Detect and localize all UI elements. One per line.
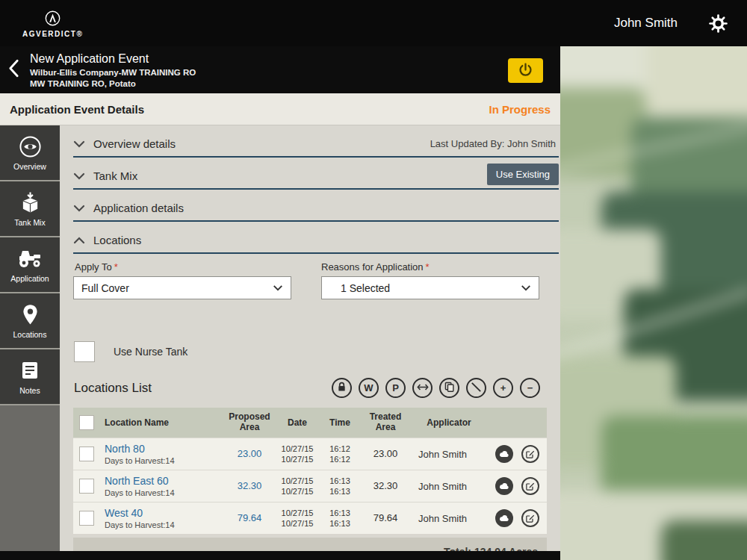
last-updated-text: Last Updated By: John Smith [430, 138, 559, 149]
proposed-area-value[interactable]: 32.30 [238, 481, 262, 492]
copy-button[interactable] [439, 378, 459, 398]
col-treated-area: Treated Area [359, 412, 412, 433]
w-label: W [364, 382, 373, 393]
time-values: 16:1316:13 [321, 476, 359, 497]
nurse-tank-label: Use Nurse Tank [114, 346, 187, 358]
user-menu[interactable]: John Smith [614, 16, 678, 31]
section-label: Locations [93, 234, 141, 246]
col-time: Time [321, 417, 359, 428]
sidebar-item-overview[interactable]: Overview [0, 125, 60, 181]
total-acres-text: Total: 134.94 Acres [444, 546, 538, 552]
event-header-text: New Application Event Wilbur-Ellis Compa… [30, 52, 196, 88]
location-link[interactable]: North East 60 [105, 475, 169, 487]
use-existing-button[interactable]: Use Existing [487, 164, 559, 185]
plus-icon: + [500, 382, 506, 393]
treated-area-value: 23.00 [374, 449, 398, 460]
lock-icon [337, 382, 347, 394]
chevron-down-icon [521, 284, 531, 291]
table-row: North 80 Days to Harvest:14 23.00 10/27/… [73, 438, 547, 470]
applicator-value: John Smith [412, 449, 486, 460]
edit-button[interactable] [521, 477, 539, 495]
select-all-checkbox[interactable] [79, 415, 94, 430]
section-tank-mix[interactable]: Tank Mix Use Existing [73, 164, 559, 190]
submit-event-button[interactable] [508, 58, 543, 83]
treated-area-value: 79.64 [374, 513, 398, 524]
chevron-down-icon [73, 205, 85, 212]
nurse-tank-checkbox[interactable] [74, 341, 95, 362]
chevron-down-icon [73, 140, 85, 148]
sidebar-item-locations[interactable]: Locations [0, 293, 60, 349]
section-overview-details[interactable]: Overview details Last Updated By: John S… [73, 131, 559, 158]
section-label: Tank Mix [93, 169, 137, 182]
map-background[interactable] [560, 46, 747, 560]
col-date: Date [273, 417, 321, 428]
row-checkbox[interactable] [79, 479, 94, 494]
list-toolbar: W P + − [332, 378, 540, 398]
treated-area-value: 32.30 [374, 481, 398, 492]
required-marker: * [426, 261, 430, 273]
tractor-icon [17, 246, 43, 270]
proposed-area-value[interactable]: 79.64 [238, 513, 262, 524]
required-marker: * [114, 261, 118, 273]
back-chevron-icon [8, 59, 19, 81]
edit-button[interactable] [521, 445, 539, 463]
package-arrow-icon [20, 190, 40, 214]
proposed-area-value[interactable]: 23.00 [238, 449, 262, 460]
sidebar-item-label: Tank Mix [14, 218, 45, 227]
days-to-harvest: Days to Harvest:14 [105, 488, 175, 497]
weather-cloud-button[interactable] [495, 509, 513, 527]
time-values: 16:1216:12 [321, 444, 359, 465]
status-bar: Application Event Details In Progress [0, 93, 560, 125]
days-to-harvest: Days to Harvest:14 [105, 456, 175, 465]
disable-button[interactable] [466, 378, 486, 398]
col-location-name: Location Name [100, 417, 226, 428]
row-checkbox[interactable] [79, 511, 94, 526]
resize-button[interactable] [412, 378, 433, 398]
add-location-button[interactable]: + [493, 378, 513, 398]
top-bar-right: John Smith [614, 14, 728, 33]
location-link[interactable]: North 80 [105, 443, 145, 455]
details-title: Application Event Details [10, 103, 144, 116]
map-pin-icon [22, 302, 38, 326]
p-mode-button[interactable]: P [385, 378, 406, 398]
settings-gear-icon[interactable] [709, 14, 728, 33]
weather-cloud-button[interactable] [495, 445, 513, 463]
chevron-down-icon [273, 284, 283, 291]
locations-form: Apply To* Full Cover Reasons for Applica… [73, 254, 560, 331]
event-header: New Application Event Wilbur-Ellis Compa… [0, 46, 560, 93]
edit-button[interactable] [521, 509, 539, 527]
table-row: West 40 Days to Harvest:14 79.64 10/27/1… [73, 502, 547, 534]
reasons-label: Reasons for Application* [321, 261, 430, 273]
reasons-dropdown[interactable]: 1 Selected [321, 276, 539, 299]
section-locations[interactable]: Locations [73, 228, 559, 254]
date-values: 10/27/1510/27/15 [273, 476, 321, 497]
sidebar-item-notes[interactable]: Notes [0, 349, 60, 405]
table-row: North East 60 Days to Harvest:14 32.30 1… [73, 470, 547, 502]
brand-logo: AGVERDICT® [22, 10, 83, 38]
copy-icon [444, 382, 454, 394]
location-link[interactable]: West 40 [105, 507, 143, 519]
remove-location-button[interactable]: − [520, 378, 540, 398]
days-to-harvest: Days to Harvest:14 [105, 520, 175, 529]
applicator-value: John Smith [412, 481, 486, 492]
sidebar-item-application[interactable]: Application [0, 237, 60, 293]
row-checkbox[interactable] [79, 447, 94, 461]
apply-to-label: Apply To* [75, 261, 118, 273]
total-acres-row: Total: 134.94 Acres [73, 538, 547, 551]
chevron-up-icon [73, 237, 85, 244]
sidebar-item-tank-mix[interactable]: Tank Mix [0, 181, 60, 237]
w-mode-button[interactable]: W [359, 378, 379, 398]
apply-to-dropdown[interactable]: Full Cover [73, 276, 291, 299]
sidebar-item-label: Overview [13, 162, 46, 171]
col-proposed-area: Proposed Area [226, 412, 273, 433]
nurse-tank-row: Use Nurse Tank [74, 341, 560, 362]
section-application-details[interactable]: Application details [73, 196, 559, 222]
lock-button[interactable] [332, 378, 352, 398]
col-applicator: Applicator [412, 417, 486, 428]
back-button[interactable] [0, 59, 27, 81]
horizontal-arrows-icon [417, 382, 429, 393]
brand-wordmark: AGVERDICT® [22, 30, 83, 38]
company-subtitle: Wilbur-Ellis Company-MW TRAINING RO [30, 68, 196, 77]
prohibition-slash-icon [470, 381, 483, 396]
weather-cloud-button[interactable] [495, 477, 513, 495]
